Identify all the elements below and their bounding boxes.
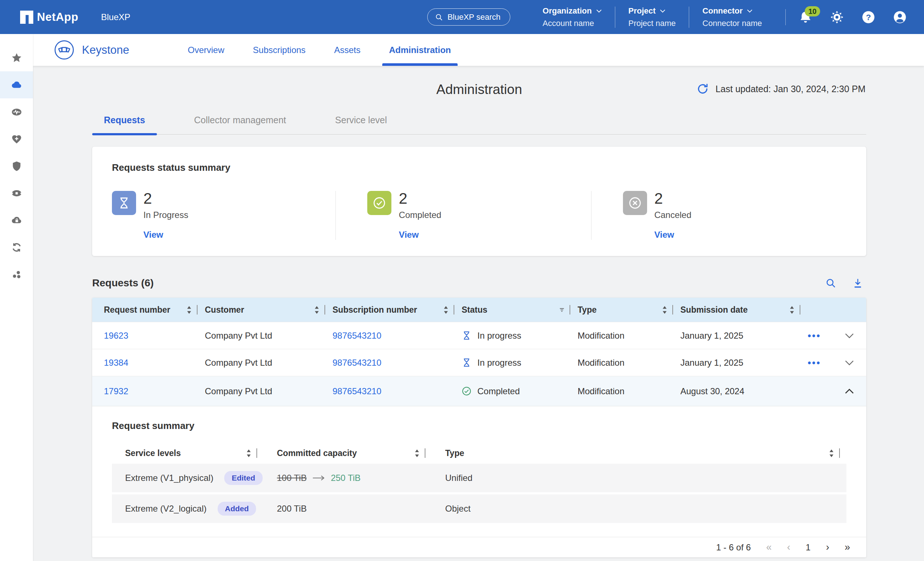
status-cell: In progress — [462, 331, 578, 341]
settings-gear-icon[interactable] — [830, 10, 843, 24]
notifications-bell-icon[interactable]: 10 — [799, 10, 812, 24]
shield-icon — [11, 160, 22, 172]
organization-menu[interactable]: Organization Account name — [529, 6, 615, 28]
netapp-logo: NetApp — [20, 10, 78, 24]
col-label: Service levels — [125, 448, 181, 458]
sidebar-item-governance[interactable] — [0, 180, 33, 207]
help-icon[interactable]: ? — [862, 10, 875, 24]
summary-row: Extreme (V1_physical) Edited 100 TiB 250… — [112, 464, 846, 492]
netapp-mark-icon — [20, 10, 33, 24]
col-committed-capacity: Committed capacity — [264, 442, 432, 464]
tab-requests[interactable]: Requests — [92, 115, 157, 134]
tab-overview[interactable]: Overview — [177, 34, 234, 66]
sidebar-item-favorites[interactable] — [0, 44, 33, 71]
sidebar-item-security[interactable] — [0, 153, 33, 180]
brand-name: NetApp — [37, 10, 78, 24]
sort-icon[interactable] — [414, 450, 420, 457]
summary-type-cell: Unified — [432, 473, 846, 483]
link-oval-icon — [11, 188, 22, 199]
stat-in-progress: 2 In Progress View — [112, 191, 335, 240]
tab-subscriptions[interactable]: Subscriptions — [243, 34, 316, 66]
chevron-down-icon — [747, 9, 753, 13]
first-page-icon[interactable]: « — [766, 542, 772, 552]
pagination-bar: 1 - 6 of 6 « ‹ 1 › » — [92, 537, 866, 557]
request-number-link[interactable]: 17932 — [104, 386, 205, 396]
summary-row: Extreme (V2_logical) Added 200 TiB Objec… — [112, 495, 846, 523]
sidebar-item-storage-active[interactable] — [0, 71, 33, 98]
tab-assets[interactable]: Assets — [324, 34, 370, 66]
connector-menu[interactable]: Connector Connector name — [689, 6, 775, 28]
view-completed-link[interactable]: View — [399, 230, 591, 240]
sidebar-item-sync[interactable] — [0, 234, 33, 261]
nodes-icon — [11, 269, 22, 280]
sort-icon[interactable] — [789, 306, 795, 314]
last-page-icon[interactable]: » — [844, 542, 850, 552]
capacity-cell: 200 TiB — [264, 504, 432, 514]
top-header: NetApp BlueXP BlueXP search Organization… — [0, 0, 924, 34]
stat-canceled: 2 Canceled View — [591, 191, 846, 240]
col-submission-date: Submission date — [680, 298, 808, 322]
request-number-link[interactable]: 19623 — [104, 331, 205, 341]
new-capacity: 250 TiB — [331, 473, 360, 483]
sort-icon[interactable] — [246, 450, 251, 457]
tab-collector-management[interactable]: Collector management — [183, 115, 298, 134]
sort-icon[interactable] — [443, 306, 448, 314]
user-account-icon[interactable] — [893, 10, 906, 24]
tab-administration[interactable]: Administration — [379, 34, 461, 66]
filter-icon[interactable] — [559, 306, 564, 314]
table-row-expanded[interactable]: 17932 Company Pvt Ltd 9876543210 Complet… — [92, 376, 866, 406]
status-cell: Completed — [462, 386, 578, 396]
subscription-link[interactable]: 9876543210 — [333, 331, 462, 341]
sort-icon[interactable] — [314, 306, 320, 314]
col-label: Type — [578, 305, 597, 315]
next-page-icon[interactable]: › — [826, 542, 829, 552]
pagination-range: 1 - 6 of 6 — [716, 542, 751, 553]
subscription-link[interactable]: 9876543210 — [333, 386, 462, 396]
expand-chevron-down-icon[interactable] — [845, 360, 854, 365]
col-summary-type: Type — [432, 442, 846, 464]
prev-page-icon[interactable]: ‹ — [787, 542, 790, 552]
view-in-progress-link[interactable]: View — [143, 230, 335, 240]
refresh-icon[interactable] — [696, 82, 709, 95]
star-icon — [11, 52, 22, 64]
old-capacity: 100 TiB — [277, 473, 306, 483]
sort-icon[interactable] — [829, 450, 834, 457]
cloud-icon — [11, 80, 22, 91]
project-label: Project — [628, 6, 656, 16]
request-number-link[interactable]: 19384 — [104, 358, 205, 368]
in-progress-label: In Progress — [143, 210, 335, 220]
table-search-icon[interactable] — [825, 278, 836, 288]
view-canceled-link[interactable]: View — [654, 230, 846, 240]
sidebar-item-protection[interactable] — [0, 126, 33, 153]
sort-icon[interactable] — [186, 306, 192, 314]
collapse-chevron-up-icon[interactable] — [845, 389, 854, 394]
sidebar-item-health[interactable] — [0, 98, 33, 126]
search-label: BlueXP search — [447, 12, 500, 22]
project-menu[interactable]: Project Project name — [615, 6, 689, 28]
table-row[interactable]: 19623 Company Pvt Ltd 9876543210 In prog… — [92, 322, 866, 349]
type-cell: Modification — [578, 386, 680, 396]
service-name: Keystone — [82, 44, 129, 57]
connector-value: Connector name — [702, 19, 762, 28]
completed-count: 2 — [399, 191, 591, 206]
download-icon[interactable] — [852, 278, 863, 288]
col-type: Type — [578, 298, 680, 322]
sidebar-item-mobility[interactable] — [0, 207, 33, 234]
expand-chevron-down-icon[interactable] — [845, 333, 854, 338]
bluexp-search[interactable]: BlueXP search — [427, 8, 510, 26]
sidebar-item-extensions[interactable] — [0, 261, 33, 288]
requests-table: Request number Customer Subscription num… — [92, 298, 866, 557]
summary-header-row: Service levels Committed capacity Type — [112, 442, 846, 464]
product-name: BlueXP — [101, 12, 130, 22]
last-updated-text: Last updated: Jan 30, 2024, 2:30 PM — [716, 84, 866, 94]
tab-service-level[interactable]: Service level — [323, 115, 399, 134]
table-row[interactable]: 19384 Company Pvt Ltd 9876543210 In prog… — [92, 349, 866, 376]
chevron-down-icon — [660, 9, 665, 13]
organization-value: Account name — [543, 19, 602, 28]
status-text: Completed — [477, 386, 520, 396]
sort-icon[interactable] — [662, 306, 667, 314]
canceled-x-icon — [623, 191, 647, 215]
subscription-link[interactable]: 9876543210 — [333, 358, 462, 368]
col-label: Request number — [104, 305, 170, 315]
completed-label: Completed — [399, 210, 591, 220]
